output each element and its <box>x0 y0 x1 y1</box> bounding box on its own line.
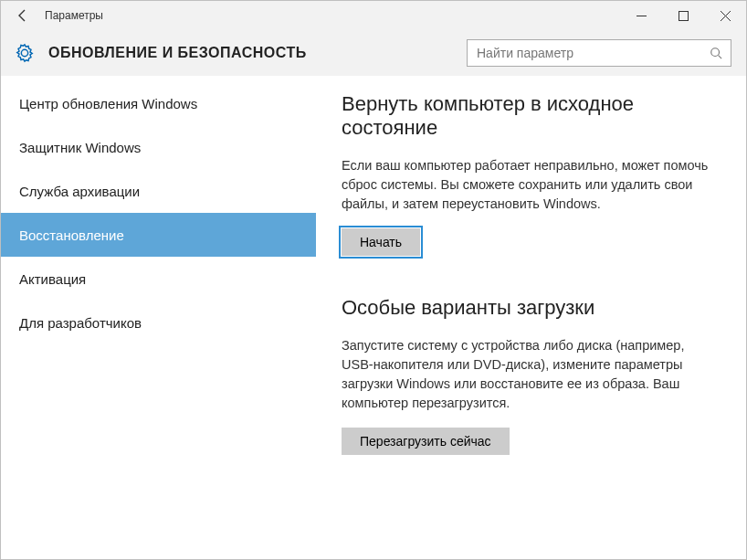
section-body: Запустите систему с устройства либо диск… <box>342 336 719 413</box>
sidebar-item-label: Защитник Windows <box>19 140 141 155</box>
search-box[interactable] <box>467 39 731 67</box>
svg-rect-0 <box>679 11 688 20</box>
search-input[interactable] <box>475 45 709 61</box>
section-heading: Вернуть компьютер в исходное состояние <box>342 92 719 140</box>
sidebar-item-label: Служба архивации <box>19 184 140 199</box>
content-area: Центр обновления Windows Защитник Window… <box>1 76 746 559</box>
maximize-icon <box>679 11 689 21</box>
section-body: Если ваш компьютер работает неправильно,… <box>342 156 719 214</box>
section-advanced-startup: Особые варианты загрузки Запустите систе… <box>342 296 719 455</box>
main-panel: Вернуть компьютер в исходное состояние Е… <box>316 76 746 559</box>
sidebar: Центр обновления Windows Защитник Window… <box>1 76 316 559</box>
window-title: Параметры <box>45 9 103 22</box>
window-controls <box>620 1 746 30</box>
minimize-button[interactable] <box>620 1 662 30</box>
close-button[interactable] <box>704 1 746 30</box>
svg-point-1 <box>711 48 720 57</box>
sidebar-item-label: Для разработчиков <box>19 315 142 331</box>
minimize-icon <box>637 11 647 21</box>
back-button[interactable] <box>8 1 37 30</box>
sidebar-item-label: Восстановление <box>19 227 124 243</box>
sidebar-item-recovery[interactable]: Восстановление <box>1 213 316 257</box>
page-title: ОБНОВЛЕНИЕ И БЕЗОПАСНОСТЬ <box>48 45 467 61</box>
title-bar: Параметры <box>1 1 746 30</box>
restart-now-button[interactable]: Перезагрузить сейчас <box>342 428 510 455</box>
section-reset-pc: Вернуть компьютер в исходное состояние Е… <box>342 92 719 256</box>
settings-gear-icon <box>14 42 36 64</box>
search-icon <box>709 46 723 60</box>
sidebar-item-defender[interactable]: Защитник Windows <box>1 125 316 169</box>
section-heading: Особые варианты загрузки <box>342 296 719 320</box>
page-header: ОБНОВЛЕНИЕ И БЕЗОПАСНОСТЬ <box>1 30 746 76</box>
sidebar-item-backup[interactable]: Служба архивации <box>1 169 316 213</box>
close-icon <box>721 11 731 21</box>
arrow-left-icon <box>16 8 30 23</box>
maximize-button[interactable] <box>662 1 704 30</box>
sidebar-item-label: Активация <box>19 271 86 287</box>
sidebar-item-developers[interactable]: Для разработчиков <box>1 301 316 344</box>
sidebar-item-activation[interactable]: Активация <box>1 257 316 301</box>
sidebar-item-label: Центр обновления Windows <box>19 96 197 111</box>
sidebar-item-windows-update[interactable]: Центр обновления Windows <box>1 81 316 125</box>
start-reset-button[interactable]: Начать <box>342 228 420 256</box>
